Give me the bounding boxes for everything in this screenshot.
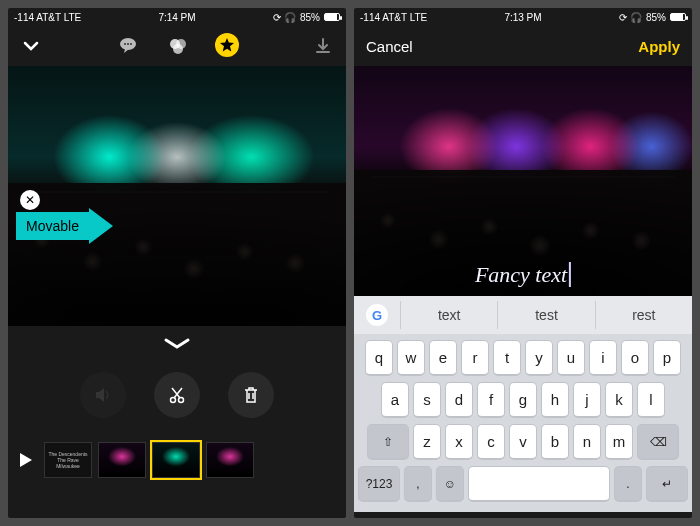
text-bubble-icon[interactable] bbox=[115, 33, 141, 59]
photo-preview[interactable]: Fancy text bbox=[354, 66, 692, 296]
suggestion-2[interactable]: test bbox=[497, 301, 594, 329]
apply-button[interactable]: Apply bbox=[638, 38, 680, 55]
status-time: 7:14 PM bbox=[158, 12, 195, 23]
key-a[interactable]: a bbox=[381, 382, 409, 418]
battery-pct: 85% bbox=[300, 12, 320, 23]
clip-thumb-title-card[interactable]: The Descendents The Rave Milwaukee bbox=[44, 442, 92, 478]
status-signal: -114 AT&T LTE bbox=[14, 12, 81, 23]
key-numbers[interactable]: ?123 bbox=[358, 466, 400, 502]
suggestion-3[interactable]: rest bbox=[595, 301, 692, 329]
key-v[interactable]: v bbox=[509, 424, 537, 460]
text-edit-header: Cancel Apply bbox=[354, 26, 692, 66]
key-g[interactable]: g bbox=[509, 382, 537, 418]
svg-point-3 bbox=[130, 43, 132, 45]
arrow-sticker[interactable]: Movable bbox=[16, 208, 113, 244]
key-y[interactable]: y bbox=[525, 340, 553, 376]
keyboard: q w e r t y u i o p a s d f g h j k l ⇧ … bbox=[354, 334, 692, 512]
key-j[interactable]: j bbox=[573, 382, 601, 418]
key-r[interactable]: r bbox=[461, 340, 489, 376]
key-space[interactable] bbox=[468, 466, 610, 502]
svg-point-6 bbox=[173, 44, 183, 54]
key-shift[interactable]: ⇧ bbox=[367, 424, 409, 460]
key-e[interactable]: e bbox=[429, 340, 457, 376]
headphones-icon: ⟳ 🎧 bbox=[273, 12, 296, 23]
key-return[interactable]: ↵ bbox=[646, 466, 688, 502]
key-h[interactable]: h bbox=[541, 382, 569, 418]
battery-pct: 85% bbox=[646, 12, 666, 23]
key-u[interactable]: u bbox=[557, 340, 585, 376]
key-row-1: q w e r t y u i o p bbox=[358, 340, 688, 376]
key-backspace[interactable]: ⌫ bbox=[637, 424, 679, 460]
status-right: ⟳ 🎧 85% bbox=[619, 12, 686, 23]
text-overlay-input[interactable]: Fancy text bbox=[475, 262, 571, 288]
clip-thumb-3-selected[interactable] bbox=[152, 442, 200, 478]
key-o[interactable]: o bbox=[621, 340, 649, 376]
status-bar: -114 AT&T LTE 7:13 PM ⟳ 🎧 85% bbox=[354, 8, 692, 26]
key-i[interactable]: i bbox=[589, 340, 617, 376]
clip-thumb-4[interactable] bbox=[206, 442, 254, 478]
key-d[interactable]: d bbox=[445, 382, 473, 418]
key-row-3: ⇧ z x c v b n m ⌫ bbox=[358, 424, 688, 460]
download-icon[interactable] bbox=[310, 33, 336, 59]
key-f[interactable]: f bbox=[477, 382, 505, 418]
close-chevron[interactable] bbox=[18, 33, 44, 59]
battery-icon bbox=[324, 13, 340, 21]
cut-button[interactable] bbox=[154, 372, 200, 418]
sticker-delete-icon[interactable]: ✕ bbox=[20, 190, 40, 210]
suggestion-1[interactable]: text bbox=[400, 301, 497, 329]
collapse-handle[interactable] bbox=[8, 326, 346, 356]
key-w[interactable]: w bbox=[397, 340, 425, 376]
timeline: The Descendents The Rave Milwaukee bbox=[8, 434, 346, 486]
arrow-head-icon bbox=[89, 208, 113, 244]
key-row-4: ?123 , ☺ . ↵ bbox=[358, 466, 688, 502]
text-entry-screen-right: -114 AT&T LTE 7:13 PM ⟳ 🎧 85% Cancel App… bbox=[354, 8, 692, 518]
clip-actions bbox=[8, 356, 346, 434]
clip-thumb-2[interactable] bbox=[98, 442, 146, 478]
stickers-icon[interactable] bbox=[215, 33, 239, 57]
key-comma[interactable]: , bbox=[404, 466, 432, 502]
key-l[interactable]: l bbox=[637, 382, 665, 418]
battery-icon bbox=[670, 13, 686, 21]
editor-screen-left: -114 AT&T LTE 7:14 PM ⟳ 🎧 85% bbox=[8, 8, 346, 518]
play-button[interactable] bbox=[16, 451, 38, 469]
filters-icon[interactable] bbox=[165, 33, 191, 59]
key-s[interactable]: s bbox=[413, 382, 441, 418]
key-period[interactable]: . bbox=[614, 466, 642, 502]
key-emoji[interactable]: ☺ bbox=[436, 466, 464, 502]
svg-point-1 bbox=[124, 43, 126, 45]
key-m[interactable]: m bbox=[605, 424, 633, 460]
status-right: ⟳ 🎧 85% bbox=[273, 12, 340, 23]
google-search-icon[interactable]: G bbox=[354, 304, 400, 326]
editor-toolbar bbox=[8, 26, 346, 66]
key-n[interactable]: n bbox=[573, 424, 601, 460]
key-t[interactable]: t bbox=[493, 340, 521, 376]
keyboard-suggestions: G text test rest bbox=[354, 296, 692, 334]
photo-preview[interactable]: ✕ Movable bbox=[8, 66, 346, 326]
mute-button[interactable] bbox=[80, 372, 126, 418]
key-q[interactable]: q bbox=[365, 340, 393, 376]
sticker-label: Movable bbox=[16, 212, 89, 240]
key-row-2: a s d f g h j k l bbox=[358, 382, 688, 418]
status-time: 7:13 PM bbox=[504, 12, 541, 23]
status-bar: -114 AT&T LTE 7:14 PM ⟳ 🎧 85% bbox=[8, 8, 346, 26]
cancel-button[interactable]: Cancel bbox=[366, 38, 413, 55]
key-z[interactable]: z bbox=[413, 424, 441, 460]
headphones-icon: ⟳ 🎧 bbox=[619, 12, 642, 23]
key-x[interactable]: x bbox=[445, 424, 473, 460]
key-k[interactable]: k bbox=[605, 382, 633, 418]
key-p[interactable]: p bbox=[653, 340, 681, 376]
status-signal: -114 AT&T LTE bbox=[360, 12, 427, 23]
key-b[interactable]: b bbox=[541, 424, 569, 460]
svg-point-2 bbox=[127, 43, 129, 45]
trash-button[interactable] bbox=[228, 372, 274, 418]
key-c[interactable]: c bbox=[477, 424, 505, 460]
